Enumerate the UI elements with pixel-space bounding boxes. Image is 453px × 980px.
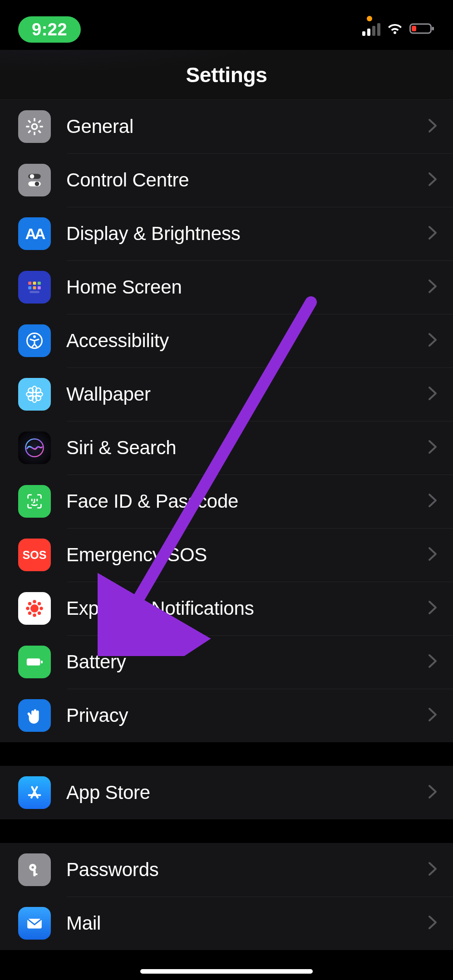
svg-point-45 (38, 612, 41, 615)
chevron-right-icon (427, 653, 438, 671)
row-display-brightness[interactable]: AA Display & Brightness (0, 207, 453, 260)
svg-point-39 (33, 613, 36, 617)
wifi-icon (387, 22, 403, 37)
row-battery[interactable]: Battery (0, 635, 453, 689)
sos-icon: SOS (18, 539, 51, 571)
svg-point-43 (38, 602, 41, 606)
svg-line-11 (28, 131, 30, 133)
row-emergency-sos[interactable]: SOS Emergency SOS (0, 528, 453, 582)
chevron-right-icon (427, 600, 438, 617)
switches-icon (18, 164, 51, 196)
page-title: Settings (186, 63, 267, 87)
row-label: Wallpaper (66, 383, 411, 405)
row-label: Emergency SOS (66, 544, 411, 566)
settings-group-main: General Control Centre AA (0, 100, 453, 742)
row-home-screen[interactable]: Home Screen (0, 260, 453, 314)
gear-icon (18, 110, 51, 143)
svg-rect-53 (33, 870, 35, 876)
chevron-right-icon (427, 118, 438, 135)
key-icon (18, 853, 51, 886)
svg-rect-22 (30, 291, 39, 293)
aa-icon: AA (18, 217, 51, 250)
row-wallpaper[interactable]: Wallpaper (0, 368, 453, 421)
svg-point-13 (30, 174, 34, 179)
row-passwords[interactable]: Passwords (0, 843, 453, 897)
svg-rect-19 (28, 286, 31, 289)
svg-rect-17 (33, 282, 36, 285)
row-app-store[interactable]: App Store (0, 766, 453, 819)
status-bar: 9:22 (0, 0, 453, 50)
row-label: General (66, 116, 411, 137)
row-label: Passwords (66, 859, 411, 881)
chevron-right-icon (427, 915, 438, 932)
face-id-icon (18, 485, 51, 518)
chevron-right-icon (427, 439, 438, 456)
battery-icon (18, 646, 51, 678)
cellular-signal-icon (362, 23, 380, 36)
settings-group-appstore: App Store (0, 766, 453, 819)
svg-point-3 (32, 124, 37, 129)
svg-point-37 (30, 604, 39, 612)
accessibility-icon (18, 324, 51, 357)
svg-point-41 (39, 607, 43, 610)
svg-point-52 (31, 866, 34, 868)
time-label: 9:22 (32, 20, 67, 39)
svg-point-15 (35, 181, 39, 186)
chevron-right-icon (427, 493, 438, 510)
row-label: Privacy (66, 705, 411, 726)
svg-rect-54 (34, 873, 38, 875)
row-face-id-passcode[interactable]: Face ID & Passcode (0, 475, 453, 528)
siri-icon (18, 431, 51, 464)
row-general[interactable]: General (0, 100, 453, 153)
chevron-right-icon (427, 861, 438, 878)
chevron-right-icon (427, 386, 438, 403)
svg-rect-18 (38, 282, 41, 285)
row-exposure-notifications[interactable]: Exposure Notifications (0, 582, 453, 635)
row-label: Home Screen (66, 276, 411, 298)
settings-list: General Control Centre AA (0, 100, 453, 980)
settings-group-accounts: Passwords Mail (0, 843, 453, 950)
appstore-icon (18, 776, 51, 809)
exposure-icon (18, 592, 51, 625)
svg-rect-47 (41, 661, 43, 663)
status-icons (362, 22, 435, 37)
svg-rect-21 (38, 286, 41, 289)
time-pill[interactable]: 9:22 (18, 16, 81, 43)
row-label: App Store (66, 782, 411, 804)
row-privacy[interactable]: Privacy (0, 689, 453, 742)
flower-icon (18, 378, 51, 411)
svg-rect-2 (412, 26, 416, 31)
recording-indicator-dot (367, 16, 372, 21)
svg-line-8 (28, 120, 30, 122)
chevron-right-icon (427, 172, 438, 189)
row-accessibility[interactable]: Accessibility (0, 314, 453, 368)
display-brightness-aa: AA (25, 225, 44, 243)
mail-icon (18, 907, 51, 940)
svg-rect-20 (33, 286, 36, 289)
svg-point-38 (33, 600, 36, 603)
row-label: Siri & Search (66, 437, 411, 459)
home-indicator[interactable] (140, 969, 313, 974)
chevron-right-icon (427, 225, 438, 242)
svg-line-10 (39, 120, 41, 122)
row-control-centre[interactable]: Control Centre (0, 153, 453, 207)
chevron-right-icon (427, 279, 438, 296)
chevron-right-icon (427, 707, 438, 724)
svg-point-40 (26, 607, 30, 610)
svg-point-42 (28, 602, 32, 606)
chevron-right-icon (427, 546, 438, 564)
row-mail[interactable]: Mail (0, 897, 453, 950)
row-label: Display & Brightness (66, 223, 411, 245)
sos-text: SOS (23, 549, 47, 562)
grid-icon (18, 271, 51, 304)
svg-point-24 (33, 335, 36, 338)
svg-line-9 (39, 131, 41, 133)
svg-point-25 (33, 392, 36, 396)
row-siri-search[interactable]: Siri & Search (0, 421, 453, 475)
chevron-right-icon (427, 784, 438, 801)
row-label: Control Centre (66, 169, 411, 191)
svg-point-44 (28, 612, 32, 615)
header: Settings (0, 50, 453, 100)
svg-rect-16 (28, 282, 31, 285)
svg-rect-46 (27, 658, 40, 666)
